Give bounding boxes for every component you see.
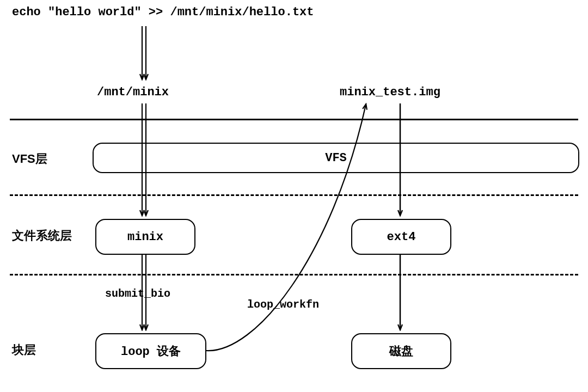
arrows-overlay [0,0,588,392]
minix-box: minix [95,219,195,255]
vfs-box-label: VFS [325,151,347,165]
block-layer-label: 块层 [12,342,36,358]
loop-device-box: loop 设备 [95,333,206,369]
image-file-label: minix_test.img [340,85,440,99]
ext4-box-label: ext4 [387,230,416,244]
command-text: echo "hello world" >> /mnt/minix/hello.t… [12,5,314,19]
disk-box: 磁盘 [351,333,451,369]
mountpoint-label: /mnt/minix [97,85,169,99]
minix-box-label: minix [127,230,163,244]
disk-box-label: 磁盘 [389,343,413,359]
vfs-fs-divider [10,194,578,196]
vfs-layer-label: VFS层 [12,151,47,167]
ext4-box: ext4 [351,219,451,255]
submit-bio-label: submit_bio [105,287,170,300]
arrow-loop-to-img [206,105,366,351]
loop-workfn-label: loop_workfn [247,298,319,311]
user-kernel-divider [10,119,578,120]
vfs-box: VFS [93,143,579,173]
loop-device-label: loop 设备 [121,343,181,359]
arrow-command-to-mount [142,26,146,79]
fs-layer-label: 文件系统层 [12,228,72,244]
fs-block-divider [10,274,578,275]
